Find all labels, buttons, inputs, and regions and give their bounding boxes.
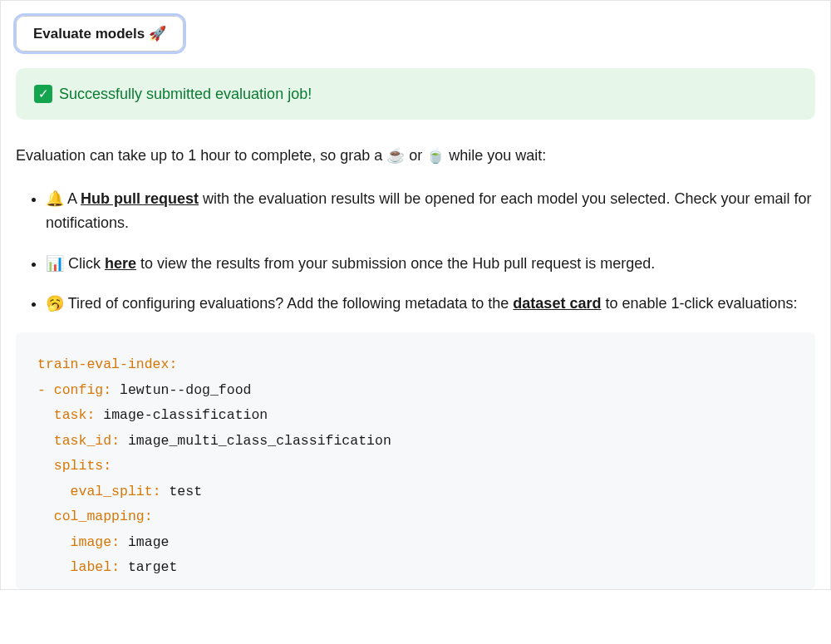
success-message: Successfully submitted evaluation job! — [59, 86, 312, 103]
info-list: 🔔 A Hub pull request with the evaluation… — [16, 187, 815, 316]
yaml-colon: : — [169, 356, 177, 372]
intro-suffix: while you wait: — [445, 147, 546, 164]
text-segment: Click — [64, 255, 105, 272]
yaml-value: image — [120, 534, 169, 550]
bell-icon: 🔔 — [46, 190, 64, 207]
yaml-key: eval_split — [71, 484, 153, 499]
dataset-card-link[interactable]: dataset card — [513, 295, 601, 312]
yaml-value: lewtun--dog_food — [111, 382, 251, 398]
yaml-value: image_multi_class_classification — [120, 433, 391, 449]
yaml-key: label — [71, 559, 112, 575]
button-label: Evaluate models — [33, 26, 145, 42]
yaml-colon: : — [111, 559, 120, 575]
yaml-key: train-eval-index — [37, 356, 169, 372]
evaluate-models-button[interactable]: Evaluate models 🚀 — [16, 16, 184, 52]
yaml-dash: - — [37, 382, 54, 398]
page-container: Evaluate models 🚀 ✓ Successfully submitt… — [0, 0, 831, 590]
yaml-value: target — [120, 559, 177, 575]
yaml-key: config — [54, 382, 103, 398]
chart-icon: 📊 — [46, 255, 64, 272]
list-item: 📊 Click here to view the results from yo… — [46, 252, 815, 276]
success-banner: ✓ Successfully submitted evaluation job! — [16, 68, 815, 120]
list-item: 🥱 Tired of configuring evaluations? Add … — [46, 292, 815, 316]
hub-pull-request-link[interactable]: Hub pull request — [81, 190, 199, 207]
checkmark-icon: ✓ — [34, 85, 52, 103]
text-segment: to view the results from your submission… — [136, 255, 655, 272]
results-here-link[interactable]: here — [105, 255, 136, 272]
text-segment: to enable 1-click evaluations: — [601, 295, 797, 312]
list-item: 🔔 A Hub pull request with the evaluation… — [46, 187, 815, 235]
yaml-colon: : — [103, 458, 111, 474]
yaml-colon: : — [111, 534, 120, 550]
yaml-value: image-classification — [95, 407, 268, 423]
text-segment: Tired of configuring evaluations? Add th… — [64, 295, 513, 312]
yaml-key: col_mapping — [54, 509, 145, 524]
intro-middle: or — [405, 147, 426, 164]
yaml-colon: : — [103, 382, 111, 398]
yaml-key: image — [71, 534, 112, 550]
yaml-colon: : — [86, 407, 95, 423]
intro-text: Evaluation can take up to 1 hour to comp… — [16, 145, 815, 167]
coffee-icon: ☕ — [386, 147, 405, 164]
tired-icon: 🥱 — [46, 295, 64, 312]
tea-icon: 🍵 — [426, 147, 445, 164]
yaml-code-block: train-eval-index: - config: lewtun--dog_… — [16, 332, 815, 589]
text-segment: A — [64, 190, 81, 207]
yaml-value: test — [161, 484, 203, 499]
yaml-colon: : — [153, 484, 161, 499]
yaml-key: task_id — [54, 433, 111, 449]
yaml-key: task — [54, 407, 87, 423]
rocket-icon: 🚀 — [149, 25, 166, 42]
yaml-colon: : — [111, 433, 120, 449]
yaml-key: splits — [54, 458, 103, 474]
intro-prefix: Evaluation can take up to 1 hour to comp… — [16, 147, 386, 164]
yaml-colon: : — [145, 509, 153, 524]
